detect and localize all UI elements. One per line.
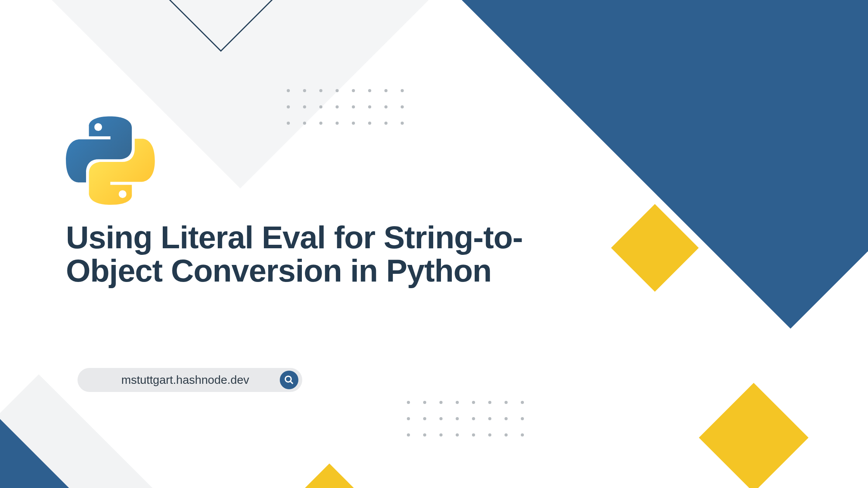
- svg-point-0: [285, 376, 291, 382]
- page-title: Using Literal Eval for String-to-Object …: [66, 221, 531, 287]
- yellow-diamond-bottom-center: [286, 464, 373, 488]
- yellow-diamond-bottom-right: [699, 383, 809, 488]
- python-logo-icon: [66, 116, 155, 205]
- url-pill: mstuttgart.hashnode.dev: [78, 368, 302, 392]
- svg-line-1: [291, 381, 293, 384]
- python-logo: [66, 116, 531, 205]
- magnifier-icon: [284, 375, 294, 385]
- url-text: mstuttgart.hashnode.dev: [96, 373, 274, 387]
- content-block: Using Literal Eval for String-to-Object …: [66, 116, 531, 287]
- dot-pattern-bottom: [407, 401, 524, 436]
- search-button[interactable]: [280, 371, 298, 389]
